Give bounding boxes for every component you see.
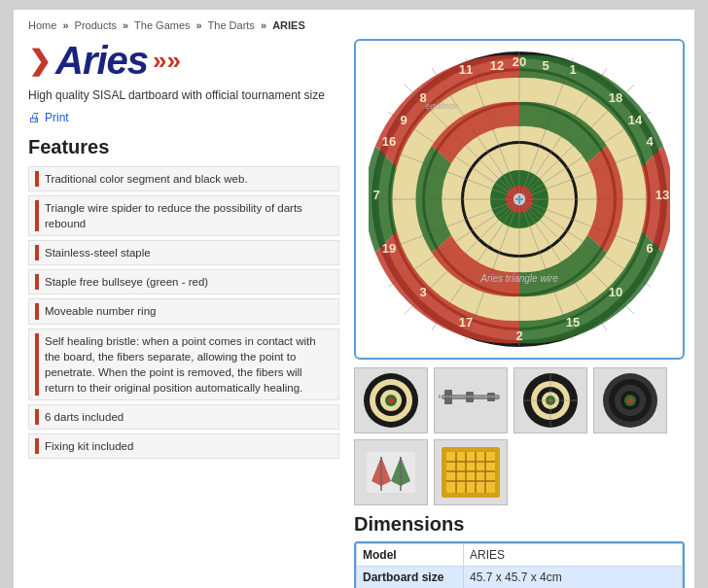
feature-item: Self healing bristle: when a point comes… [28, 329, 339, 400]
svg-text:10: 10 [609, 285, 622, 299]
sep4: » [261, 19, 266, 31]
product-subtitle: High quality SISAL dartboard with offici… [28, 88, 339, 102]
feature-item: Stainless-steel staple [28, 240, 339, 265]
feature-item: Traditional color segment and black web. [28, 166, 339, 191]
svg-marker-60 [439, 395, 442, 398]
svg-text:equilnox: equilnox [425, 101, 458, 111]
table-value: 45.7 x 45.7 x 4cm [464, 567, 683, 589]
svg-text:14: 14 [628, 113, 643, 127]
main-product-image: 20 1 18 4 13 6 10 15 2 17 3 19 7 16 [354, 39, 685, 360]
print-link[interactable]: 🖨 Print [28, 110, 339, 124]
svg-text:5: 5 [542, 58, 549, 73]
svg-text:12: 12 [490, 58, 504, 73]
thumbnail-3[interactable] [513, 367, 587, 433]
breadcrumb: Home » Products » The Games » The Darts … [28, 19, 680, 31]
breadcrumb-darts[interactable]: The Darts [208, 19, 255, 31]
thumbnail-4[interactable] [593, 367, 667, 433]
svg-point-54 [388, 398, 394, 403]
feature-item: Fixing kit included [28, 433, 339, 459]
thumbnail-5[interactable] [354, 439, 428, 505]
svg-text:18: 18 [609, 90, 622, 105]
sep2: » [123, 19, 128, 31]
svg-rect-83 [446, 452, 495, 493]
feature-bar [35, 200, 39, 231]
product-name: Aries [55, 39, 148, 83]
svg-text:6: 6 [646, 241, 653, 256]
table-value: ARIES [464, 544, 683, 567]
title-arrow-left-icon: ❯ [28, 48, 51, 75]
table-row: Dartboard size45.7 x 45.7 x 4cm [357, 567, 683, 589]
svg-text:1: 1 [569, 62, 576, 77]
feature-text: Staple free bullseye (green - red) [45, 274, 208, 290]
right-column: 20 1 18 4 13 6 10 15 2 17 3 19 7 16 [354, 39, 685, 588]
left-column: ❯ Aries »» High quality SISAL dartboard … [28, 39, 339, 588]
content-area: ❯ Aries »» High quality SISAL dartboard … [28, 39, 680, 588]
feature-text: Self healing bristle: when a point comes… [45, 333, 333, 396]
feature-text: Traditional color segment and black web. [45, 171, 248, 187]
sep1: » [62, 19, 68, 31]
svg-text:4: 4 [646, 134, 654, 149]
thumbnails-row-2 [354, 439, 685, 505]
dartboard-svg: 20 1 18 4 13 6 10 15 2 17 3 19 7 16 [369, 49, 670, 350]
feature-bar [35, 303, 39, 319]
print-icon: 🖨 [28, 110, 41, 124]
title-arrows-right-icon: »» [153, 46, 181, 76]
features-heading: Features [28, 136, 339, 158]
svg-text:3: 3 [419, 285, 426, 299]
svg-text:13: 13 [655, 188, 669, 202]
thumbnail-6[interactable] [434, 439, 508, 505]
feature-text: 6 darts included [45, 409, 124, 425]
feature-bar [35, 409, 39, 425]
svg-point-76 [627, 398, 633, 403]
feature-bar [35, 333, 39, 396]
svg-rect-77 [367, 452, 415, 493]
svg-text:17: 17 [459, 315, 473, 329]
dimensions-heading: Dimensions [354, 513, 685, 536]
dimensions-table-wrapper: ModelARIESDartboard size45.7 x 45.7 x 4c… [354, 541, 685, 588]
page-wrapper: Home » Products » The Games » The Darts … [14, 10, 694, 588]
breadcrumb-products[interactable]: Products [75, 19, 117, 31]
thumbnail-1[interactable] [354, 367, 428, 433]
svg-text:16: 16 [382, 134, 396, 149]
thumbnails-row-1 [354, 367, 685, 433]
svg-text:Aries triangle wire: Aries triangle wire [479, 273, 558, 284]
table-row: ModelARIES [357, 544, 683, 567]
svg-text:11: 11 [459, 62, 473, 77]
breadcrumb-home[interactable]: Home [28, 19, 56, 31]
feature-item: Triangle wire spider to reduce the possi… [28, 195, 339, 236]
feature-item: Staple free bullseye (green - red) [28, 269, 339, 294]
feature-item: 6 darts included [28, 404, 339, 430]
svg-text:2: 2 [515, 329, 522, 343]
feature-bar [35, 438, 39, 454]
feature-item: Moveable number ring [28, 298, 339, 324]
table-label: Model [357, 544, 464, 567]
table-label: Dartboard size [357, 567, 464, 589]
feature-bar [35, 171, 39, 187]
sep3: » [196, 19, 202, 31]
dimensions-table: ModelARIESDartboard size45.7 x 45.7 x 4c… [356, 543, 683, 588]
breadcrumb-current: ARIES [272, 19, 305, 31]
product-title-area: ❯ Aries »» [28, 39, 339, 83]
feature-text: Moveable number ring [45, 303, 156, 319]
feature-text: Stainless-steel staple [45, 245, 151, 260]
svg-text:19: 19 [382, 241, 396, 256]
breadcrumb-games[interactable]: The Games [134, 19, 190, 31]
svg-text:7: 7 [372, 188, 379, 202]
feature-bar [35, 245, 39, 260]
svg-text:15: 15 [566, 315, 580, 329]
feature-bar [35, 274, 39, 290]
svg-text:9: 9 [400, 113, 407, 127]
feature-text: Triangle wire spider to reduce the possi… [45, 200, 333, 231]
features-list: Traditional color segment and black web.… [28, 166, 339, 459]
thumbnail-2[interactable] [434, 367, 508, 433]
feature-text: Fixing kit included [45, 438, 133, 454]
print-label: Print [45, 111, 69, 124]
svg-text:20: 20 [513, 54, 526, 69]
svg-text:+: + [514, 190, 525, 209]
